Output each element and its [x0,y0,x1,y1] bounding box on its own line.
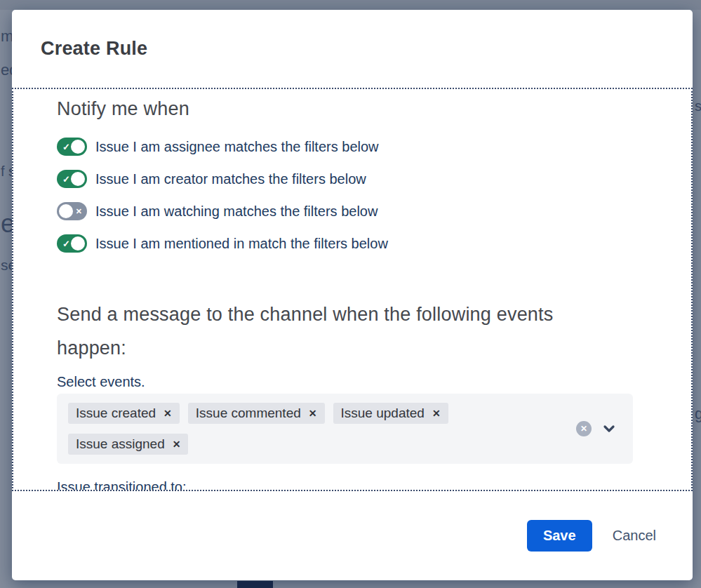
toggle-knob [59,204,73,218]
modal-scroll-area[interactable]: Notify me when ✓Issue I am assignee matc… [12,88,693,491]
modal-header: Create Rule [12,10,693,88]
toggle-row: ✕Issue I am watching matches the filters… [57,202,632,220]
toggle-row: ✓Issue I am mentioned in match the filte… [57,234,632,253]
modal-footer: Save Cancel [12,491,693,580]
background-page-button-fragment [237,581,273,588]
check-icon: ✓ [62,142,70,152]
toggle-label: Issue I am assignee matches the filters … [95,139,379,155]
background-page-topbar [0,0,701,10]
cancel-button[interactable]: Cancel [613,528,656,544]
check-icon: ✓ [62,239,70,248]
toggle-row: ✓Issue I am assignee matches the filters… [57,138,632,156]
create-rule-modal: Create Rule Notify me when ✓Issue I am a… [12,10,693,580]
notify-toggle-list: ✓Issue I am assignee matches the filters… [57,138,632,253]
event-tag: Issue created✕ [68,403,180,424]
remove-tag-icon[interactable]: ✕ [163,408,172,418]
toggle-row: ✓Issue I am creator matches the filters … [57,170,632,188]
chevron-down-icon[interactable] [602,424,616,434]
issue-transitioned-label: Issue transitioned to: [57,479,632,491]
event-tag-label: Issue commented [196,406,301,421]
toggle-label: Issue I am creator matches the filters b… [95,171,366,187]
event-tag: Issue updated✕ [333,403,448,424]
modal-title: Create Rule [41,38,147,60]
background-text-fragment: g [695,406,701,422]
events-section-heading: Send a message to the channel when the f… [57,298,618,365]
multiselect-controls: ✕ [576,421,616,436]
toggle-switch[interactable]: ✕ [57,202,87,220]
event-tag: Issue commented✕ [188,403,325,424]
toggle-label: Issue I am watching matches the filters … [95,203,378,220]
event-tag-label: Issue updated [341,406,425,421]
events-multiselect[interactable]: Issue created✕Issue commented✕Issue upda… [57,394,633,464]
toggle-switch[interactable]: ✓ [57,170,87,188]
toggle-knob [71,236,85,250]
clear-all-icon[interactable]: ✕ [576,421,592,436]
check-icon: ✓ [62,175,70,184]
toggle-knob [71,140,85,154]
toggle-label: Issue I am mentioned in match the filter… [95,236,388,252]
save-button[interactable]: Save [527,520,592,552]
toggle-switch[interactable]: ✓ [57,138,87,156]
event-tag: Issue assigned✕ [68,434,188,455]
remove-tag-icon[interactable]: ✕ [173,439,181,449]
toggle-switch[interactable]: ✓ [57,234,87,253]
select-events-label: Select events. [57,374,632,390]
toggle-knob [71,172,85,186]
event-tag-label: Issue assigned [76,436,165,452]
event-tag-label: Issue created [76,406,156,421]
remove-tag-icon[interactable]: ✕ [309,408,317,418]
cross-icon: ✕ [76,208,82,215]
notify-section-heading: Notify me when [57,98,632,120]
remove-tag-icon[interactable]: ✕ [432,408,441,418]
background-text-fragment: s [695,99,701,113]
